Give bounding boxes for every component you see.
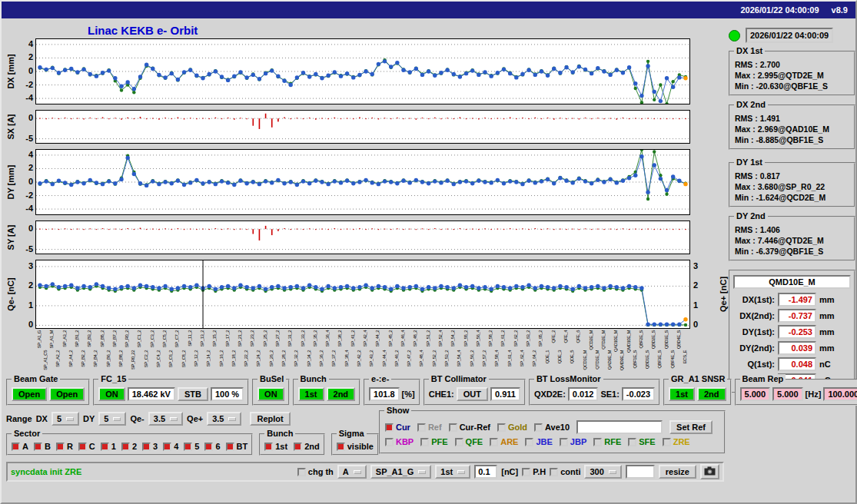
- checkbox-4[interactable]: 4: [163, 442, 178, 451]
- bpm-label: SP_48_2: [413, 330, 418, 346]
- bpm-readout-title[interactable]: QMD10E_M: [733, 275, 851, 289]
- range-qem-select[interactable]: 3.5: [148, 412, 183, 426]
- checkbox-label: B: [45, 442, 51, 451]
- checkbox-visible[interactable]: visible: [337, 442, 374, 451]
- beam-gate-open-button-1[interactable]: Open: [12, 387, 47, 401]
- busel-on-button[interactable]: ON: [257, 387, 284, 401]
- checkbox-r[interactable]: R: [56, 442, 73, 451]
- checkbox-6[interactable]: 6: [204, 442, 220, 451]
- ph-checkbox[interactable]: P.H: [522, 467, 546, 476]
- bpm-label: QDE_5: [570, 350, 575, 363]
- dropdown-indicator-icon: [418, 470, 426, 474]
- threshold-input[interactable]: [474, 465, 497, 479]
- count-select[interactable]: 300: [584, 465, 621, 479]
- fc15-on-button[interactable]: ON: [98, 387, 125, 401]
- checkbox-2nd[interactable]: 2nd: [294, 442, 320, 451]
- plot-sy-right-margin: [690, 220, 722, 254]
- checkbox-are[interactable]: ARE: [490, 437, 518, 446]
- sigma-group: Sigma visible: [331, 433, 379, 456]
- checkbox-bt[interactable]: BT: [226, 442, 248, 451]
- checkbox-gold[interactable]: Gold: [497, 423, 527, 432]
- bpm-label: QBF2E_S: [639, 330, 644, 349]
- threshold-unit: [nC]: [501, 467, 518, 476]
- bpm-label: SP_A2_2: [55, 350, 61, 367]
- checkbox-b[interactable]: B: [34, 442, 51, 451]
- stats-min: Min : -20.630@QBF1E_S: [735, 81, 851, 91]
- bpm-label: SP_C2_2: [144, 350, 149, 367]
- replot-button[interactable]: Replot: [250, 412, 290, 426]
- plot-q-axis-title: Qe- [nC]: [5, 260, 17, 329]
- range-qem-label: Qe-: [130, 414, 144, 423]
- checkbox-cur-ref[interactable]: Cur-Ref: [449, 423, 490, 432]
- checkbox-kbp[interactable]: KBP: [385, 437, 414, 446]
- range-dy-select[interactable]: 5: [98, 412, 126, 426]
- busel-label: BuSel: [257, 374, 286, 383]
- stats-max: Max : 3.680@SP_R0_22: [735, 181, 851, 192]
- bpm-label: SP_57_2: [482, 350, 487, 366]
- gr-a1-2nd-button[interactable]: 2nd: [697, 387, 726, 401]
- checkbox-1st[interactable]: 1st: [264, 442, 287, 451]
- che1-out-button[interactable]: OUT: [457, 387, 488, 401]
- checkbox-rfe[interactable]: RFE: [593, 437, 621, 446]
- plot-sy-yticks: 0-5: [17, 220, 35, 254]
- checkbox-indicator: [663, 438, 671, 446]
- bpm-label: SP_37_2: [331, 350, 337, 366]
- checkbox-ave10[interactable]: Ave10: [534, 423, 570, 432]
- fc15-stb-button[interactable]: STB: [178, 387, 208, 401]
- stats-rms: RMS : 1.491: [735, 113, 851, 124]
- checkbox-jbp[interactable]: JBP: [560, 437, 586, 446]
- sector-select[interactable]: A: [337, 465, 367, 479]
- bt-collimator-label: BT Collimator: [429, 374, 489, 383]
- resize-button[interactable]: resize: [659, 465, 696, 479]
- chg-th-checkbox[interactable]: chg th: [297, 467, 334, 476]
- ee-ratio-label: e-:e-: [369, 374, 391, 383]
- bpm-readout-row: DY(2nd): 0.039 mm: [733, 341, 851, 355]
- bunch-1st-button[interactable]: 1st: [298, 387, 324, 401]
- checkbox-qfe[interactable]: QFE: [455, 437, 483, 446]
- checkbox-3[interactable]: 3: [142, 442, 158, 451]
- beam-gate-open-button-2[interactable]: Open: [49, 387, 85, 401]
- plot-sx-axis-title: SX [A]: [5, 110, 17, 144]
- bpm-select[interactable]: SP_A1_G: [370, 465, 432, 479]
- dropdown-indicator-icon: [113, 417, 121, 421]
- beam-rep-value-2: 5.000: [772, 387, 803, 401]
- conti-checkbox[interactable]: conti: [550, 467, 580, 476]
- ee-ratio-unit: [%]: [402, 390, 415, 399]
- checkbox-ref[interactable]: Ref: [417, 423, 442, 432]
- blank-entry[interactable]: [626, 465, 655, 479]
- bpm-label: SP_B8_2: [118, 350, 124, 367]
- checkbox-5[interactable]: 5: [184, 442, 199, 451]
- range-dx-select[interactable]: 5: [51, 412, 79, 426]
- checkbox-2[interactable]: 2: [121, 442, 137, 451]
- dropdown-indicator-icon: [228, 417, 236, 421]
- bpm-label: SP_64_2: [532, 350, 537, 366]
- checkbox-a[interactable]: A: [12, 442, 28, 451]
- bpm-label: SP_A4_2: [68, 350, 74, 367]
- bpm-label: QTD2E_M: [601, 330, 606, 350]
- checkbox-indicator: [420, 438, 429, 446]
- checkbox-pfe[interactable]: PFE: [420, 437, 447, 446]
- bpm-label: SP_C4_2: [156, 350, 161, 367]
- range-qep-select[interactable]: 3.5: [207, 412, 241, 426]
- checkbox-indicator: [385, 438, 394, 446]
- checkbox-sfe[interactable]: SFE: [628, 437, 655, 446]
- bpm-label: SP_B1_2: [75, 330, 80, 347]
- checkbox-label: 4: [174, 442, 178, 451]
- dropdown-indicator-icon: [170, 417, 178, 421]
- bunch-2nd-button[interactable]: 2nd: [327, 387, 356, 401]
- stats-min: Min : -8.885@QBF1E_S: [735, 134, 851, 145]
- bunch-order-select[interactable]: 1st: [435, 465, 470, 479]
- bpm-readout-row: DY(1st): -0.253 mm: [733, 325, 851, 339]
- bpm-label: SP_48_4: [419, 350, 424, 366]
- checkbox-zre[interactable]: ZRE: [663, 437, 690, 446]
- checkbox-c[interactable]: C: [78, 442, 95, 451]
- set-ref-button[interactable]: Set Ref: [669, 420, 713, 434]
- checkbox-label: SFE: [639, 437, 655, 446]
- checkbox-cur[interactable]: Cur: [385, 423, 410, 432]
- gr-a1-1st-button[interactable]: 1st: [669, 387, 695, 401]
- checkbox-1[interactable]: 1: [101, 442, 116, 451]
- checkbox-jbe[interactable]: JBE: [525, 437, 552, 446]
- plot-dx-canvas: [35, 38, 690, 104]
- camera-button[interactable]: [700, 464, 719, 479]
- ref-name-input[interactable]: [576, 420, 663, 434]
